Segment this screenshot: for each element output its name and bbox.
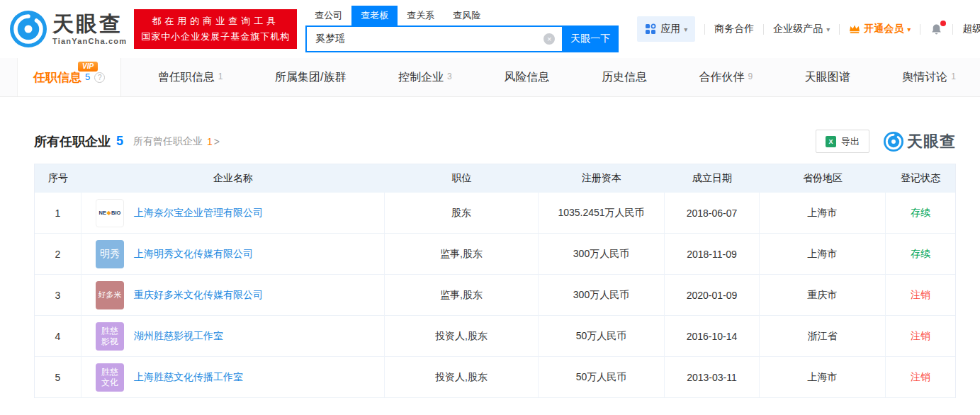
past-companies-link[interactable]: 所有曾任职企业 1 > — [133, 135, 220, 148]
nav-tab-2[interactable]: 曾任职信息1 — [142, 58, 239, 96]
cell-status: 存续 — [886, 193, 955, 233]
table-row: 2 明秀 上海明秀文化传媒有限公司 监事,股东 300万人民币 2018-11-… — [35, 234, 955, 275]
seq: 2 — [55, 249, 61, 260]
cell-position: 投资人,股东 — [385, 357, 539, 397]
cell-date: 2013-03-11 — [665, 357, 760, 397]
cell-status: 注销 — [886, 357, 955, 397]
nav-tab-1[interactable]: VIP任职信息5? — [17, 58, 121, 96]
logo-text: BIO — [111, 210, 120, 216]
company-link[interactable]: 上海奈尔宝企业管理有限公司 — [134, 207, 263, 220]
divider — [704, 24, 705, 35]
apps-grid-icon — [645, 23, 656, 35]
cell-capital: 1035.2451万人民币 — [539, 193, 665, 233]
nav-tab-3[interactable]: 所属集团/族群 — [259, 58, 361, 96]
seq: 3 — [55, 290, 61, 301]
nav-tab-9[interactable]: 舆情讨论1 — [886, 58, 971, 96]
notification-dot — [940, 21, 946, 26]
table-row: 5 胜慈文化 上海胜慈文化传播工作室 投资人,股东 50万人民币 2013-03… — [35, 357, 955, 398]
promo-line-2: 国家中小企业发展子基金旗下机构 — [141, 30, 290, 43]
cell-capital: 50万人民币 — [539, 316, 665, 356]
cell-status: 注销 — [886, 275, 955, 315]
nav-tab-4[interactable]: 控制企业3 — [383, 58, 468, 96]
table-row: 4 胜慈影视 湖州胜慈影视工作室 投资人,股东 50万人民币 2016-10-1… — [35, 316, 955, 357]
cell-date: 2018-11-09 — [665, 234, 760, 274]
logo-text: 明秀 — [100, 248, 120, 260]
crown-icon — [849, 24, 860, 34]
open-vip-link[interactable]: 开通会员 ▾ — [849, 23, 911, 35]
help-icon[interactable]: ? — [94, 72, 105, 83]
search-input-wrap: × — [305, 25, 562, 52]
table-body: 1 NE◆BIO 上海奈尔宝企业管理有限公司 股东 1035.2451万人民币 … — [35, 193, 955, 398]
tianyancha-logo[interactable]: 天眼查 TianYanCha.com — [10, 11, 127, 47]
chevron-right-icon: > — [214, 136, 220, 147]
table-row: 3 好多米 重庆好多米文化传媒有限公司 监事,股东 300万人民币 2020-0… — [35, 275, 955, 316]
nav-tab-count: 5 — [85, 72, 90, 82]
section-nav-tabs: VIP任职信息5?曾任职信息1所属集团/族群控制企业3风险信息历史信息合作伙伴9… — [0, 58, 980, 97]
divider — [952, 24, 953, 35]
apps-menu[interactable]: 应用 ▾ — [637, 16, 695, 42]
super-vip-link[interactable]: 超级... ▾ — [962, 23, 980, 35]
top-header: 天眼查 TianYanCha.com 都在用的商业查询工具 国家中小企业发展子基… — [0, 0, 980, 58]
export-label: 导出 — [841, 135, 860, 148]
search-tab-3[interactable]: 查关系 — [398, 6, 444, 25]
search-tab-1[interactable]: 查公司 — [305, 6, 351, 25]
nav-tab-count: 1 — [218, 72, 223, 81]
cell-region: 重庆市 — [760, 275, 886, 315]
company-link[interactable]: 湖州胜慈影视工作室 — [134, 330, 223, 343]
nav-tab-6[interactable]: 历史信息 — [586, 58, 663, 96]
watermark-logo-icon — [884, 132, 903, 152]
search-input[interactable] — [314, 33, 543, 45]
nav-tab-label: 合作伙伴 — [699, 70, 744, 85]
open-vip-label: 开通会员 — [864, 23, 903, 35]
logo-text: ◆ — [106, 210, 111, 217]
nav-tab-label: 天眼图谱 — [805, 70, 850, 85]
tianyancha-logo-icon — [10, 11, 47, 47]
chevron-down-icon: ▾ — [684, 25, 687, 33]
seq: 4 — [55, 331, 61, 342]
logo-text: 胜慈 — [101, 326, 118, 336]
nav-tab-count: 1 — [951, 72, 956, 81]
column-header: 职位 — [385, 164, 539, 193]
column-header: 成立日期 — [665, 164, 760, 193]
watermark-text: 天眼查 — [907, 131, 956, 152]
cell-date: 2020-01-09 — [665, 275, 760, 315]
logo-text: 好多米 — [98, 290, 122, 300]
nav-tab-7[interactable]: 合作伙伴9 — [683, 58, 768, 96]
company-logo: 胜慈影视 — [96, 322, 124, 351]
enterprise-products-link[interactable]: 企业级产品 ▾ — [773, 23, 830, 35]
company-link[interactable]: 上海明秀文化传媒有限公司 — [134, 248, 253, 261]
cell-region: 上海市 — [760, 193, 886, 233]
notification-bell-icon[interactable] — [930, 23, 943, 36]
cell-seq: 1 — [35, 193, 81, 233]
company-link[interactable]: 上海胜慈文化传播工作室 — [134, 371, 243, 384]
business-cooperation-link[interactable]: 商务合作 — [714, 23, 754, 35]
section-title: 所有任职企业 — [34, 133, 111, 150]
vip-badge: VIP — [78, 62, 98, 72]
clear-icon[interactable]: × — [543, 33, 555, 45]
cell-position: 监事,股东 — [385, 275, 539, 315]
company-logo: 好多米 — [96, 281, 124, 309]
cell-company: 好多米 重庆好多米文化传媒有限公司 — [81, 275, 385, 315]
past-companies-label: 所有曾任职企业 — [133, 135, 203, 148]
company-logo: 胜慈文化 — [96, 363, 124, 392]
brand-name: 天眼查 — [52, 13, 127, 35]
column-header: 注册资本 — [539, 164, 665, 193]
search-tab-2[interactable]: 查老板 — [351, 6, 398, 25]
nav-tab-8[interactable]: 天眼图谱 — [789, 58, 866, 96]
column-header: 序号 — [35, 164, 81, 193]
company-link[interactable]: 重庆好多米文化传媒有限公司 — [134, 289, 263, 302]
company-logo: NE◆BIO — [96, 199, 124, 227]
nav-tab-label: 舆情讨论 — [902, 70, 947, 85]
column-header: 登记状态 — [886, 164, 955, 193]
promo-line-1: 都在用的商业查询工具 — [141, 15, 290, 28]
section-header: 所有任职企业 5 所有曾任职企业 1 > X 导出 天眼查 — [34, 130, 956, 153]
nav-tab-5[interactable]: 风险信息 — [488, 58, 565, 96]
export-button[interactable]: X 导出 — [816, 130, 869, 153]
brand-domain: TianYanCha.com — [52, 37, 127, 45]
excel-icon: X — [826, 136, 836, 147]
main-content: 所有任职企业 5 所有曾任职企业 1 > X 导出 天眼查 序号企业名称职位注册… — [0, 97, 980, 398]
cell-seq: 5 — [35, 357, 81, 397]
search-tab-4[interactable]: 查风险 — [444, 6, 490, 25]
super-vip-label: 超级... — [962, 23, 980, 35]
search-button[interactable]: 天眼一下 — [562, 25, 619, 52]
